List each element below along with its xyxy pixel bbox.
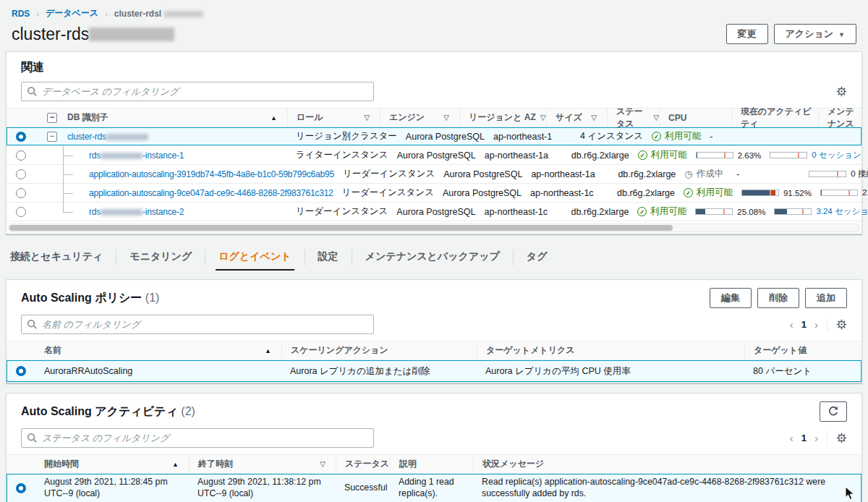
column-role[interactable]: ロール▽ <box>287 109 380 127</box>
activity-start-time: August 29th 2021, 11:28:45 pm UTC--9 (lo… <box>35 474 189 502</box>
next-page-icon[interactable]: › <box>814 319 818 330</box>
policies-filter <box>21 315 374 334</box>
modify-button[interactable]: 変更 <box>726 24 768 44</box>
page-number[interactable]: 1 <box>801 319 807 330</box>
column-db-identifier[interactable]: −DB 識別子▲ <box>35 109 287 127</box>
tab-divider <box>116 250 116 265</box>
column-status-message: 状況メッセージ <box>473 455 861 473</box>
db-identifier-link[interactable]: rds-instance-2 <box>89 207 184 217</box>
cpu-bar <box>741 190 779 196</box>
related-filter <box>21 82 374 101</box>
db-row-cluster[interactable]: −cluster-rds リージョン別クラスター Aurora PostgreS… <box>7 127 861 146</box>
redacted-blur <box>106 134 148 140</box>
row-radio[interactable] <box>16 207 26 217</box>
header-actions: 変更 アクション▼ <box>726 24 856 44</box>
column-start-time[interactable]: 開始時間▲ <box>35 455 189 473</box>
tree-connector <box>63 184 82 203</box>
policies-filter-input[interactable] <box>21 315 374 334</box>
row-radio[interactable] <box>16 483 26 493</box>
activities-settings-gear-icon[interactable] <box>836 433 847 443</box>
horizontal-scrollbar <box>8 224 860 232</box>
activities-table-header: 開始時間▲ 終了時刻▽ ステータス 説明 状況メッセージ <box>7 454 861 474</box>
column-size[interactable]: サイズ▽ <box>546 109 607 127</box>
column-end-time[interactable]: 終了時刻▽ <box>189 455 336 473</box>
scrollbar-thumb[interactable] <box>9 225 673 231</box>
column-engine[interactable]: エンジン▽ <box>380 109 459 127</box>
tree-connector <box>63 146 82 165</box>
policies-settings-gear-icon[interactable] <box>836 319 847 330</box>
cpu-value: - <box>736 169 739 179</box>
activity-value: 213 接続 <box>862 187 868 198</box>
activity-description: Adding 1 read replica(s). <box>390 474 473 502</box>
refresh-button[interactable] <box>820 401 847 422</box>
db-row-instance-1[interactable]: rds-instance-1 ライターインスタンス Aurora Postgre… <box>7 146 861 165</box>
prev-page-icon[interactable]: ‹ <box>790 433 793 443</box>
tab-logs-events[interactable]: ログとイベント <box>216 244 294 271</box>
breadcrumb-current: cluster-rdsl <box>114 9 203 19</box>
next-page-icon[interactable]: › <box>814 433 818 443</box>
row-radio[interactable] <box>16 132 26 142</box>
activity-status: Successful <box>336 480 390 497</box>
related-settings-gear-icon[interactable] <box>836 86 847 97</box>
db-identifier-link[interactable]: application-autoscaling-9ce047ad-ce9c-44… <box>89 188 333 198</box>
check-circle-icon: ✓ <box>637 207 647 216</box>
related-filter-input[interactable] <box>21 82 374 101</box>
delete-policy-button[interactable]: 削除 <box>757 288 799 308</box>
tab-maintenance-backups[interactable]: メンテナンスとバックアップ <box>362 244 503 271</box>
activity-bar <box>774 208 812 215</box>
column-policy-name[interactable]: 名前▲ <box>35 341 281 360</box>
tree-connector <box>63 165 82 184</box>
filter-icon: ▽ <box>653 114 659 122</box>
page-number[interactable]: 1 <box>801 433 807 443</box>
policy-action: Aurora レプリカの追加または削除 <box>281 365 477 378</box>
db-identifier-link[interactable]: rds-instance-1 <box>89 150 184 161</box>
check-circle-icon: ✓ <box>638 150 647 160</box>
add-policy-button[interactable]: 追加 <box>805 288 847 308</box>
actions-menu-button[interactable]: アクション▼ <box>774 24 856 44</box>
db-row-autoscaling-9ce0[interactable]: application-autoscaling-9ce047ad-ce9c-44… <box>7 184 861 203</box>
policies-table: 名前▲ スケーリングアクション ターゲットメトリクス ターゲット値 Aurora… <box>7 341 861 383</box>
db-row-instance-2[interactable]: rds-instance-2 リーダーインスタンス Aurora Postgre… <box>7 203 861 221</box>
db-size: db.r6g.2xlarge <box>608 188 675 198</box>
tree-connector <box>63 203 82 221</box>
row-radio[interactable] <box>16 150 26 161</box>
db-row-autoscaling-3919[interactable]: application-autoscaling-3919db74-45fb-4a… <box>7 165 861 184</box>
breadcrumb-rds-link[interactable]: RDS <box>12 9 30 19</box>
tab-tags[interactable]: タグ <box>524 244 550 271</box>
column-status[interactable]: ステータス▽ <box>607 109 659 127</box>
row-radio[interactable] <box>16 169 26 179</box>
status-available: ✓利用可能 <box>684 187 733 199</box>
tab-connectivity-security[interactable]: 接続とセキュリティ <box>7 244 106 271</box>
row-radio[interactable] <box>16 188 26 198</box>
breadcrumb-databases-link[interactable]: データベース <box>46 7 98 20</box>
column-region-az[interactable]: リージョンと AZ▽ <box>459 109 546 127</box>
column-cpu: CPU <box>659 109 731 127</box>
tab-monitoring[interactable]: モニタリング <box>127 244 195 271</box>
row-radio[interactable] <box>16 366 26 376</box>
db-table-header: −DB 識別子▲ ロール▽ エンジン▽ リージョンと AZ▽ サイズ▽ ステータ… <box>7 108 861 127</box>
db-identifier-link[interactable]: cluster-rds <box>67 132 148 142</box>
prev-page-icon[interactable]: ‹ <box>790 319 793 330</box>
activities-filter <box>21 428 374 448</box>
activities-filter-input[interactable] <box>21 428 374 448</box>
filter-icon: ▽ <box>364 114 370 122</box>
filter-icon: ▽ <box>320 460 326 468</box>
breadcrumb-separator: › <box>105 9 108 18</box>
activity-link[interactable]: 3.24 セッション <box>816 206 868 217</box>
db-engine: Aurora PostgreSQL <box>434 188 522 198</box>
status-available: ✓利用可能 <box>652 130 701 142</box>
collapse-all-icon[interactable]: − <box>47 113 57 123</box>
activity-row[interactable]: August 29th 2021, 11:28:45 pm UTC--9 (lo… <box>7 474 861 502</box>
tab-configuration[interactable]: 設定 <box>315 244 341 271</box>
status-creating: ◷作成中 <box>684 168 723 180</box>
edit-policy-button[interactable]: 編集 <box>710 288 752 308</box>
collapse-row-icon[interactable]: − <box>47 132 57 142</box>
activity-bar <box>770 152 807 158</box>
db-identifier-link[interactable]: application-autoscaling-3919db74-45fb-4a… <box>89 169 334 179</box>
filter-icon: ▽ <box>443 114 449 122</box>
policy-row[interactable]: AuroraRRAutoScaling Aurora レプリカの追加または削除 … <box>7 360 861 383</box>
column-current-activity: 現在のアクティビティ <box>731 109 818 127</box>
db-size: db.r6g.2xlarge <box>563 150 629 161</box>
activity-link[interactable]: 0 セッション <box>812 150 861 161</box>
db-az: ap-northeast-1a <box>476 150 563 161</box>
